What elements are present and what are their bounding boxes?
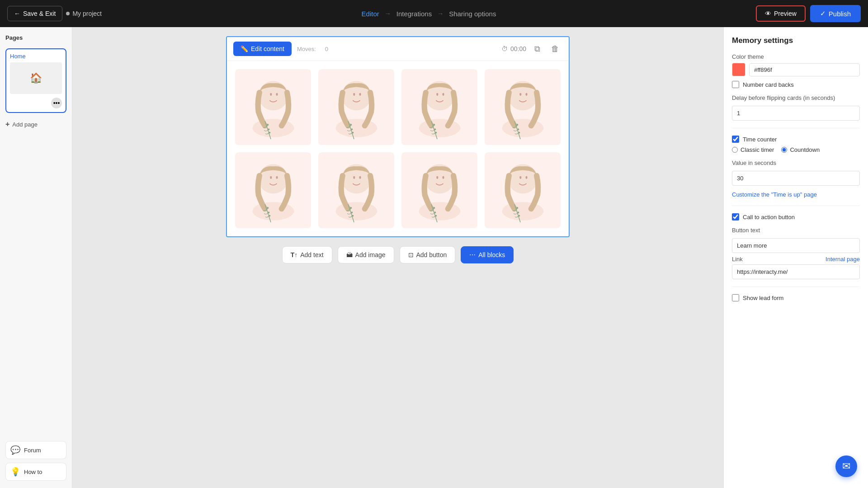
delay-input[interactable] — [732, 106, 860, 121]
svg-point-2 — [270, 93, 272, 95]
countdown-option[interactable]: Countdown — [781, 146, 820, 153]
classic-timer-label: Classic timer — [741, 146, 774, 153]
project-name: My project — [66, 10, 102, 17]
moves-label: Moves: — [297, 46, 316, 52]
svg-point-30 — [270, 176, 272, 178]
link-row: Link Internal page — [732, 256, 860, 263]
number-card-backs-checkbox[interactable] — [732, 81, 739, 88]
svg-point-51 — [519, 176, 521, 178]
color-theme-label: Color theme — [732, 53, 860, 60]
svg-point-46 — [433, 207, 435, 209]
canvas-timer: ⏱ 00:00 — [501, 42, 526, 56]
svg-point-38 — [359, 176, 361, 178]
save-exit-label: Save & Exit — [23, 10, 56, 17]
copy-canvas-button[interactable]: ⧉ — [530, 42, 544, 56]
add-text-button[interactable]: T↑ Add text — [282, 246, 332, 263]
canvas-toolbar: ✏️ Edit content Moves: 0 ⏱ 00:00 ⧉ 🗑 — [227, 37, 569, 61]
preview-button[interactable]: 👁 Preview — [756, 5, 806, 22]
call-to-action-checkbox[interactable] — [732, 213, 739, 221]
internal-page-link[interactable]: Internal page — [826, 256, 860, 263]
card-face — [235, 69, 311, 145]
svg-point-5 — [268, 128, 269, 130]
button-icon: ⊡ — [408, 251, 414, 258]
svg-point-12 — [351, 128, 353, 130]
save-exit-button[interactable]: ← Save & Exit — [7, 6, 62, 21]
svg-point-14 — [419, 118, 460, 137]
memory-card[interactable] — [231, 66, 315, 149]
all-blocks-button[interactable]: ⋯ All blocks — [461, 246, 514, 263]
moves-count: 0 — [325, 46, 328, 52]
customize-time-up-link[interactable]: Customize the "Time is up" page — [732, 191, 817, 198]
svg-point-6 — [269, 131, 270, 133]
canvas-actions: ⏱ 00:00 ⧉ 🗑 — [501, 42, 562, 56]
color-theme-row — [732, 63, 860, 76]
check-icon: ✓ — [820, 9, 826, 18]
sidebar-bottom: 💬 Forum 💡 How to — [5, 441, 66, 481]
svg-point-45 — [442, 176, 444, 178]
edit-content-button[interactable]: ✏️ Edit content — [233, 42, 292, 56]
svg-point-18 — [433, 124, 435, 126]
memory-card[interactable] — [481, 66, 564, 149]
sidebar-item-forum[interactable]: 💬 Forum — [5, 441, 66, 459]
divider-2 — [732, 206, 860, 206]
svg-point-53 — [516, 207, 518, 209]
divider-3 — [732, 286, 860, 287]
svg-point-42 — [419, 202, 460, 220]
seconds-input[interactable] — [732, 171, 860, 186]
chat-bubble-button[interactable]: ✉ — [835, 455, 857, 477]
time-counter-label: Time counter — [743, 136, 777, 143]
blocks-icon: ⋯ — [469, 251, 476, 258]
svg-point-48 — [435, 215, 437, 216]
memory-card[interactable] — [481, 149, 564, 232]
color-swatch[interactable] — [732, 63, 745, 76]
countdown-label: Countdown — [790, 146, 820, 153]
add-image-button[interactable]: 🏔 Add image — [338, 246, 394, 263]
publish-button[interactable]: ✓ Publish — [810, 5, 861, 22]
step-sharing[interactable]: Sharing options — [449, 10, 496, 18]
add-button-button[interactable]: ⊡ Add button — [400, 246, 456, 263]
classic-timer-radio[interactable] — [732, 147, 738, 153]
home-page-card[interactable]: Home 🏠 ••• — [5, 48, 66, 113]
page-thumbnail: 🏠 — [10, 62, 62, 94]
add-page-button[interactable]: + Add page — [5, 118, 66, 130]
show-lead-form-label: Show lead form — [743, 295, 783, 301]
nav-left: ← Save & Exit My project — [7, 6, 102, 21]
svg-point-24 — [525, 93, 527, 95]
link-url-input[interactable] — [732, 264, 860, 279]
chat-icon: ✉ — [842, 460, 850, 472]
classic-timer-option[interactable]: Classic timer — [732, 146, 774, 153]
page-options-button[interactable]: ••• — [51, 98, 62, 108]
panel-title: Memory settings — [732, 36, 860, 45]
memory-card[interactable] — [231, 149, 315, 232]
svg-point-31 — [276, 176, 278, 178]
show-lead-form-checkbox[interactable] — [732, 294, 739, 301]
arrow-2: → — [437, 10, 443, 17]
memory-card[interactable] — [398, 66, 481, 149]
time-counter-checkbox[interactable] — [732, 136, 739, 143]
canvas-container: ✏️ Edit content Moves: 0 ⏱ 00:00 ⧉ 🗑 — [226, 36, 570, 237]
svg-point-23 — [519, 93, 521, 95]
svg-point-25 — [516, 124, 518, 126]
svg-point-10 — [359, 93, 361, 95]
memory-card[interactable] — [398, 149, 481, 232]
step-editor[interactable]: Editor — [362, 10, 379, 18]
show-lead-form-row: Show lead form — [732, 294, 860, 301]
step-integrations[interactable]: Integrations — [396, 10, 432, 18]
color-hex-input[interactable] — [749, 63, 860, 76]
delete-canvas-button[interactable]: 🗑 — [548, 42, 562, 56]
arrow-1: → — [385, 10, 391, 17]
card-face — [485, 152, 561, 228]
svg-point-17 — [442, 93, 444, 95]
memory-card[interactable] — [315, 149, 398, 232]
svg-point-20 — [435, 131, 437, 133]
countdown-radio[interactable] — [781, 147, 787, 153]
card-face — [401, 152, 477, 228]
nav-steps: Editor → Integrations → Sharing options — [107, 10, 750, 18]
svg-point-32 — [267, 207, 269, 209]
memory-card[interactable] — [315, 66, 398, 149]
block-toolbar: T↑ Add text 🏔 Add image ⊡ Add button ⋯ A… — [282, 246, 514, 263]
sidebar-item-howto[interactable]: 💡 How to — [5, 463, 66, 481]
button-text-input[interactable] — [732, 238, 860, 253]
svg-point-16 — [436, 93, 438, 95]
svg-point-34 — [269, 215, 270, 216]
